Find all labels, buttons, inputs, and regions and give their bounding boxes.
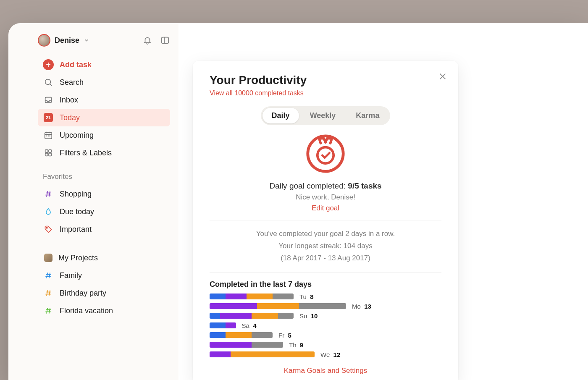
bar-chart: Tu 8Mo 13Su 10Sa 4Fr 5Th 9We 12 — [210, 293, 441, 358]
bar-row: Th 9 — [210, 341, 441, 349]
add-task-button[interactable]: + Add task — [38, 56, 170, 73]
close-icon — [438, 72, 447, 81]
avatar — [38, 34, 50, 47]
section-label: My Projects — [58, 254, 98, 262]
nav-label: Add task — [60, 60, 92, 69]
streak-info: You've completed your goal 2 days in a r… — [210, 228, 441, 265]
encouragement-text: Nice work, Denise! — [210, 193, 441, 202]
divider — [210, 272, 441, 273]
svg-rect-13 — [45, 153, 48, 156]
bar — [210, 303, 346, 309]
favorite-label: Due today — [60, 207, 94, 216]
bar-label: Sa 4 — [242, 322, 257, 329]
svg-line-30 — [47, 308, 48, 313]
svg-line-23 — [49, 273, 50, 278]
svg-point-9 — [48, 136, 49, 136]
inbox-icon — [43, 94, 54, 105]
nav-label: Inbox — [60, 96, 78, 105]
my-projects-header[interactable]: My Projects — [38, 249, 170, 267]
favorite-label: Shopping — [60, 190, 92, 199]
chart-title: Completed in the last 7 days — [210, 280, 441, 289]
bar — [210, 313, 294, 319]
bar — [210, 332, 273, 338]
project-item[interactable]: Florida vacation — [38, 302, 170, 320]
svg-point-19 — [46, 227, 47, 228]
tabs: DailyWeeklyKarma — [210, 106, 441, 125]
svg-rect-11 — [45, 150, 48, 152]
bar-row: We 12 — [210, 351, 441, 358]
tab-daily[interactable]: Daily — [262, 108, 299, 123]
bar-label: Tu 8 — [299, 293, 314, 300]
bar-label: Mo 13 — [352, 303, 371, 310]
svg-point-2 — [45, 79, 51, 85]
hash-icon — [43, 305, 54, 316]
bar-label: We 12 — [320, 351, 340, 358]
hash-icon — [43, 288, 54, 299]
app-window: Denise + Add task Se — [8, 23, 588, 380]
favorites-title: Favorites — [43, 173, 170, 181]
svg-line-22 — [47, 273, 48, 278]
bar-row: Fr 5 — [210, 332, 441, 339]
bar-row: Mo 13 — [210, 303, 441, 310]
hash-icon — [43, 189, 54, 199]
nav-label: Today — [60, 113, 80, 122]
favorites-list: ShoppingDue todayImportant — [38, 185, 170, 238]
close-button[interactable] — [438, 72, 447, 81]
notifications-icon[interactable] — [142, 35, 152, 45]
user-name: Denise — [55, 36, 79, 45]
bar-label: Th 9 — [289, 341, 303, 349]
plus-icon: + — [43, 59, 54, 70]
project-label: Birthday party — [60, 289, 106, 298]
svg-line-17 — [47, 191, 48, 197]
calendar-icon — [43, 130, 54, 141]
nav-label: Filters & Labels — [60, 149, 112, 157]
bar-label: Fr 5 — [278, 332, 291, 339]
project-label: Florida vacation — [60, 307, 113, 315]
svg-line-18 — [49, 191, 50, 197]
favorite-item[interactable]: Important — [38, 220, 170, 238]
bar — [210, 342, 283, 348]
nav-label: Upcoming — [60, 131, 94, 140]
tag-icon — [43, 224, 54, 235]
toggle-sidebar-icon[interactable] — [160, 35, 170, 45]
nav-item-filters[interactable]: Filters & Labels — [38, 144, 170, 162]
primary-nav: + Add task Search Inbox 21 Today — [38, 56, 170, 162]
nav-item-today[interactable]: 21 Today — [38, 109, 170, 126]
svg-line-27 — [49, 290, 50, 296]
svg-point-10 — [50, 136, 50, 136]
project-item[interactable]: Birthday party — [38, 284, 170, 302]
project-label: Family — [60, 271, 82, 280]
project-item[interactable]: Family — [38, 267, 170, 284]
tab-karma[interactable]: Karma — [346, 108, 388, 123]
projects-list: FamilyBirthday partyFlorida vacation — [38, 267, 170, 320]
grid-icon — [43, 147, 54, 158]
edit-goal-link[interactable]: Edit goal — [210, 204, 441, 212]
divider — [210, 220, 441, 220]
user-switcher[interactable]: Denise — [38, 34, 170, 47]
productivity-modal: Your Productivity View all 10000 complet… — [193, 61, 458, 380]
workspace-icon — [44, 254, 52, 262]
svg-line-26 — [47, 290, 48, 296]
favorite-item[interactable]: Shopping — [38, 185, 170, 203]
chevron-down-icon — [84, 37, 89, 43]
nav-item-upcoming[interactable]: Upcoming — [38, 126, 170, 144]
svg-point-8 — [47, 136, 47, 136]
bar-row: Sa 4 — [210, 322, 441, 329]
view-all-link[interactable]: View all 10000 completed tasks — [210, 89, 441, 97]
medal-icon — [210, 134, 441, 174]
calendar-today-icon: 21 — [43, 112, 54, 123]
bar — [210, 351, 315, 357]
bar — [210, 294, 294, 299]
karma-settings-link[interactable]: Karma Goals and Settings — [210, 367, 441, 375]
nav-item-inbox[interactable]: Inbox — [38, 91, 170, 109]
sidebar: Denise + Add task Se — [8, 23, 178, 380]
svg-rect-0 — [162, 37, 169, 44]
modal-title: Your Productivity — [210, 73, 441, 87]
favorite-label: Important — [60, 225, 92, 234]
favorite-item[interactable]: Due today — [38, 203, 170, 220]
bar-label: Su 10 — [299, 312, 318, 320]
tab-weekly[interactable]: Weekly — [301, 108, 345, 123]
svg-line-31 — [49, 308, 50, 313]
nav-item-search[interactable]: Search — [38, 73, 170, 91]
goal-status: Daily goal completed: 9/5 tasks — [210, 181, 441, 191]
